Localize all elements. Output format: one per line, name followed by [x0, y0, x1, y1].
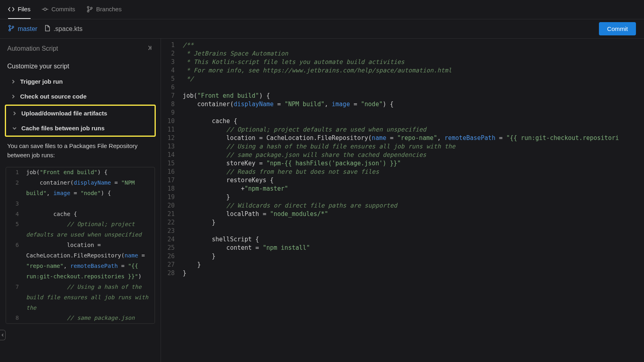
editor-line[interactable]: 15 storeKey = "npm-{{ hashFiles('package…	[161, 159, 644, 168]
line-text	[179, 227, 186, 235]
tab-commits[interactable]: Commits	[42, 0, 75, 19]
line-number: 27	[161, 261, 179, 269]
line-text: // same package.json will share the cach…	[179, 151, 426, 159]
tab-files[interactable]: Files	[8, 0, 31, 19]
line-text: localPath = "node_modules/*"	[179, 210, 328, 218]
editor-line[interactable]: 9	[161, 109, 644, 117]
line-text: restoreKeys {	[179, 176, 274, 185]
editor-line[interactable]: 12 location = CacheLocation.FileReposito…	[161, 134, 644, 142]
tab-branches[interactable]: Branches	[87, 0, 122, 19]
line-number: 3	[161, 58, 179, 66]
line-number: 6	[161, 83, 179, 92]
editor-line[interactable]: 8 container(displayName = "NPM build", i…	[161, 100, 644, 109]
line-text: // Optional; project defaults are used w…	[179, 125, 426, 134]
editor-line[interactable]: 19 }	[161, 193, 644, 202]
main: Automation Script Customize your script …	[0, 39, 644, 362]
line-number: 2	[6, 178, 24, 199]
line-number: 11	[161, 125, 179, 134]
editor-line[interactable]: 5 */	[161, 75, 644, 83]
line-text: * This Kotlin-script file lets you autom…	[179, 58, 405, 66]
editor-line[interactable]: 27 }	[161, 261, 644, 269]
sidebar-code-snippet: 1job("Front end build") {2 container(dis…	[6, 167, 155, 324]
editor-line[interactable]: 2 * JetBrains Space Automation	[161, 49, 644, 58]
editor-line[interactable]: 18 +"npm-master"	[161, 185, 644, 193]
editor-line[interactable]: 10 cache {	[161, 117, 644, 125]
line-number: 8	[161, 100, 179, 109]
editor-line[interactable]: 21 localPath = "node_modules/*"	[161, 210, 644, 218]
snippet-line: 3	[6, 199, 155, 209]
snippet-text: job("Front end build") {	[24, 167, 155, 178]
editor-line[interactable]: 17 restoreKeys {	[161, 176, 644, 185]
snippet-line: 8 // same package.json	[6, 313, 155, 323]
line-number: 14	[161, 151, 179, 159]
tab-label: Branches	[96, 6, 122, 12]
editor-line[interactable]: 14 // same package.json will share the c…	[161, 151, 644, 159]
snippet-text: // same package.json	[24, 313, 155, 323]
editor-line[interactable]: 11 // Optional; project defaults are use…	[161, 125, 644, 134]
line-text: }	[179, 193, 230, 202]
line-number: 20	[161, 202, 179, 210]
collapse-icon[interactable]	[146, 44, 153, 53]
line-number: 19	[161, 193, 179, 202]
line-number: 26	[161, 252, 179, 261]
line-text: // Using a hash of the build file ensure…	[179, 142, 455, 151]
left-panel-handle[interactable]	[0, 330, 6, 340]
sidebar-item-artifacts[interactable]: Upload/download file artifacts	[6, 106, 155, 121]
editor-line[interactable]: 26 }	[161, 252, 644, 261]
editor-line[interactable]: 20 // Wildcards or direct file paths are…	[161, 202, 644, 210]
sidebar-item-label: Upload/download file artifacts	[21, 110, 107, 117]
file-icon	[45, 25, 50, 33]
svg-point-7	[9, 29, 10, 31]
sidebar-item-trigger[interactable]: Trigger job run	[0, 74, 161, 89]
editor-line[interactable]: 23	[161, 227, 644, 235]
line-number: 28	[161, 269, 179, 278]
tab-label: Commits	[52, 6, 75, 12]
line-number: 1	[161, 41, 179, 49]
editor-line[interactable]: 6	[161, 83, 644, 92]
sidebar-item-cache[interactable]: Cache files between job runs	[6, 121, 155, 136]
snippet-text: cache {	[24, 209, 155, 220]
filename-crumb[interactable]: .space.kts	[45, 25, 83, 33]
editor-line[interactable]: 4 * For more info, see https://www.jetbr…	[161, 66, 644, 75]
editor-line[interactable]: 28}	[161, 269, 644, 278]
svg-point-4	[87, 10, 89, 12]
snippet-text: container(displayName = "NPM build", ima…	[24, 178, 155, 199]
line-number: 16	[161, 168, 179, 176]
sidebar-item-label: Cache files between job runs	[21, 125, 105, 132]
line-text: job("Front end build") {	[179, 92, 270, 100]
branch-selector[interactable]: master	[8, 25, 37, 33]
line-text: */	[179, 75, 194, 83]
editor-line[interactable]: 13 // Using a hash of the build file ens…	[161, 142, 644, 151]
line-number: 7	[6, 282, 24, 313]
sidebar-item-label: Check out source code	[20, 93, 87, 100]
line-number: 15	[161, 159, 179, 168]
editor-line[interactable]: 24 shellScript {	[161, 235, 644, 244]
editor-line[interactable]: 3 * This Kotlin-script file lets you aut…	[161, 58, 644, 66]
svg-point-8	[12, 26, 14, 28]
chevron-right-icon	[12, 111, 17, 115]
line-text: * JetBrains Space Automation	[179, 49, 288, 58]
editor-line[interactable]: 7job("Front end build") {	[161, 92, 644, 100]
filename-text: .space.kts	[54, 25, 83, 33]
editor-line[interactable]: 1/**	[161, 41, 644, 49]
code-editor[interactable]: 1/**2 * JetBrains Space Automation3 * Th…	[161, 39, 644, 362]
editor-line[interactable]: 16 // Reads from here but does not save …	[161, 168, 644, 176]
snippet-line: 6 location = CacheLocation.FileRepositor…	[6, 240, 155, 282]
sidebar-title: Automation Script	[7, 45, 58, 52]
line-number: 6	[6, 240, 24, 282]
svg-point-5	[91, 7, 92, 9]
commit-button[interactable]: Commit	[599, 22, 636, 35]
line-text: shellScript {	[179, 235, 259, 244]
line-number: 12	[161, 134, 179, 142]
line-number: 25	[161, 244, 179, 252]
top-tab-bar: Files Commits Branches	[0, 0, 644, 19]
branch-icon	[8, 25, 14, 33]
editor-line[interactable]: 25 content = "npm install"	[161, 244, 644, 252]
line-number: 3	[6, 199, 24, 209]
snippet-line: 4 cache {	[6, 209, 155, 220]
line-number: 9	[161, 109, 179, 117]
editor-line[interactable]: 22 }	[161, 218, 644, 227]
sidebar-item-checkout[interactable]: Check out source code	[0, 89, 161, 104]
line-number: 4	[161, 66, 179, 75]
line-text	[179, 109, 186, 117]
